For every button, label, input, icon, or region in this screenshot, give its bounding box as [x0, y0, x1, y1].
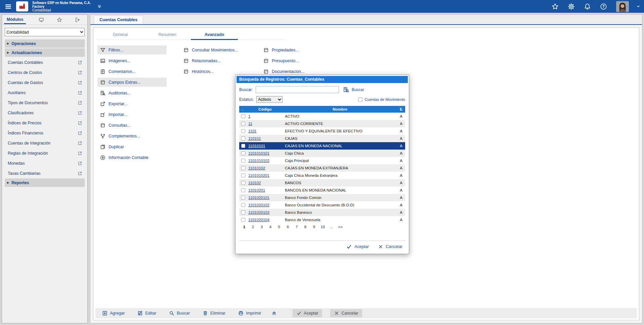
table-row[interactable]: 11010102CAJAS EN MONEDA EXTRANJERAA [239, 164, 405, 172]
subtab-general[interactable]: General [97, 30, 144, 40]
menu-auditorias[interactable]: Auditorias... [97, 88, 167, 97]
dialog-cancelar-button[interactable]: Cancelar [378, 244, 402, 249]
table-row[interactable]: 110102BANCOSA [239, 179, 405, 187]
table-row[interactable]: 11010201BANCOS EN MONEDA NACIONALA [239, 187, 405, 194]
table-row[interactable]: 1101EFECTIVO Y EQUIVALENTE DE EFECTIVOA [239, 127, 405, 135]
section-actualizaciones[interactable]: ▶Actualizaciones [5, 48, 85, 57]
search-input[interactable] [256, 86, 339, 93]
buscar-button[interactable]: Buscar [169, 311, 190, 316]
codigo-link[interactable]: 110101 [247, 136, 283, 140]
menu-imagenes[interactable]: Imágenes... [97, 56, 167, 65]
search-doc-icon[interactable] [343, 87, 349, 93]
sidebar-item-cuentas-contables[interactable]: Cuentas Contables [5, 57, 85, 68]
codigo-link[interactable]: 11010201 [247, 188, 283, 192]
header-codigo[interactable]: Código [247, 107, 283, 111]
pagination-item[interactable]: 4 [266, 225, 275, 229]
sidebar-item-cuentas-de-integracion[interactable]: Cuentas de Integración [5, 138, 85, 148]
favorites-icon[interactable] [57, 17, 62, 23]
row-checkbox[interactable] [241, 114, 245, 118]
dialog-aceptar-button[interactable]: Aceptar [346, 244, 369, 249]
table-row[interactable]: 1101020104Banco de VenezuelaA [239, 216, 405, 224]
cuentas-movimiento-checkbox[interactable] [358, 97, 362, 102]
menu-exportar[interactable]: Exportar... [97, 99, 167, 108]
row-checkbox[interactable] [241, 159, 245, 163]
header-nombre[interactable]: Nombre [283, 107, 397, 111]
dialog-buscar-button[interactable]: Buscar [352, 87, 364, 92]
table-row-selected[interactable]: 11010101CAJAS EN MONEDA NACIONALA [239, 142, 405, 150]
pagination-item[interactable]: 6 [284, 225, 292, 229]
subtab-resumen[interactable]: Resumen [144, 30, 191, 40]
row-checkbox[interactable] [241, 144, 245, 148]
sidebar-item-indices-de-precios[interactable]: Índices de Precios [5, 118, 85, 128]
menu-informacion-contable[interactable]: Información Contable [97, 153, 167, 162]
toolbar-cancelar-button[interactable]: Cancelar [330, 309, 362, 317]
header-estado[interactable]: E [397, 107, 405, 111]
exit-icon[interactable] [75, 17, 80, 23]
menu-propiedades[interactable]: Propiedades... [261, 45, 341, 54]
row-checkbox[interactable] [241, 151, 245, 155]
table-row[interactable]: 1101010101Caja ChicaA [239, 150, 405, 157]
menu-relacionadas[interactable]: Relacionadas... [181, 56, 261, 65]
codigo-link[interactable]: 11 [247, 122, 283, 126]
table-row[interactable]: 11ACTIVO CORRIENTEA [239, 120, 405, 127]
tab-cuentas-contables[interactable]: Cuentas Contables [94, 15, 143, 24]
row-checkbox[interactable] [241, 181, 245, 185]
dialog-title[interactable]: Búsqueda de Registros: Cuentas_Contables [237, 76, 408, 83]
pagination-next[interactable]: >> [336, 225, 345, 229]
row-checkbox[interactable] [241, 196, 245, 200]
sidebar-item-centros-de-costos[interactable]: Centros de Costos [5, 68, 85, 78]
collapse-toolbar-icon[interactable] [271, 310, 277, 316]
codigo-link[interactable]: 1101 [247, 129, 283, 133]
eliminar-button[interactable]: Eliminar [203, 311, 225, 316]
pagination-item[interactable]: 2 [249, 225, 257, 229]
menu-comentarios[interactable]: Comentarios... [97, 67, 167, 76]
menu-complementos[interactable]: Complementos... [97, 131, 167, 140]
pagination-ellipsis[interactable]: ... [327, 225, 336, 229]
codigo-link[interactable]: 1 [247, 114, 283, 118]
expand-chevrons-icon[interactable] [97, 4, 102, 9]
table-row[interactable]: 1101010102Caja PrincipalA [239, 157, 405, 164]
section-reportes[interactable]: ▶Reportes [5, 178, 85, 187]
sidebar-item-auxiliares[interactable]: Auxiliares [5, 88, 85, 98]
sidebar-item-tasas-cambiarias[interactable]: Tasas Cambiarias [5, 168, 85, 178]
editar-button[interactable]: Editar [137, 311, 156, 316]
menu-presupuesto[interactable]: Presupuesto... [261, 56, 341, 65]
codigo-link[interactable]: 110102 [247, 181, 283, 185]
row-checkbox[interactable] [241, 203, 245, 207]
row-checkbox[interactable] [241, 129, 245, 133]
table-row[interactable]: 1ACTIVOA [239, 113, 405, 120]
codigo-link[interactable]: 1101020102 [247, 203, 283, 207]
row-checkbox[interactable] [241, 173, 245, 177]
menu-filtros[interactable]: Filtros... [97, 45, 167, 54]
codigo-link[interactable]: 1101010101 [247, 151, 283, 155]
toolbar-aceptar-button[interactable]: Aceptar [293, 309, 322, 317]
pagination-item[interactable]: 1 [240, 225, 249, 229]
subtab-avanzado[interactable]: Avanzado [191, 30, 238, 40]
codigo-link[interactable]: 1101020104 [247, 218, 283, 222]
pagination-item[interactable]: 5 [275, 225, 284, 229]
codigo-link[interactable]: 1101020101 [247, 196, 283, 200]
row-checkbox[interactable] [241, 210, 245, 214]
table-row[interactable]: 1101020103Banco BanescoA [239, 209, 405, 216]
app-logo[interactable] [16, 1, 28, 11]
pagination-item[interactable]: 7 [292, 225, 301, 229]
menu-importar[interactable]: Importar... [97, 110, 167, 119]
user-avatar[interactable] [616, 1, 629, 12]
pagination-item[interactable]: 9 [310, 225, 318, 229]
sidebar-item-reglas-de-integracion[interactable]: Reglas de Integración [5, 148, 85, 158]
module-select[interactable]: Contabilidad [5, 28, 85, 36]
menu-consultas[interactable]: Consultas... [97, 121, 167, 130]
row-checkbox[interactable] [241, 218, 245, 222]
menu-campos-extras[interactable]: Campos Extras... [97, 78, 167, 87]
estatus-select[interactable]: Activos [256, 96, 283, 103]
codigo-link[interactable]: 1101010102 [247, 159, 283, 163]
table-row[interactable]: 1101020101Banco Fondo ComúnA [239, 194, 405, 201]
agregar-button[interactable]: Agregar [102, 311, 125, 316]
section-operaciones[interactable]: ▶Operaciones [5, 39, 85, 48]
settings-gear-icon[interactable] [568, 3, 575, 10]
menu-duplicar[interactable]: Duplicar [97, 142, 167, 151]
table-row[interactable]: 110101CAJASA [239, 135, 405, 142]
row-checkbox[interactable] [241, 136, 245, 140]
row-checkbox[interactable] [241, 188, 245, 192]
codigo-link[interactable]: 1101010201 [247, 173, 283, 177]
